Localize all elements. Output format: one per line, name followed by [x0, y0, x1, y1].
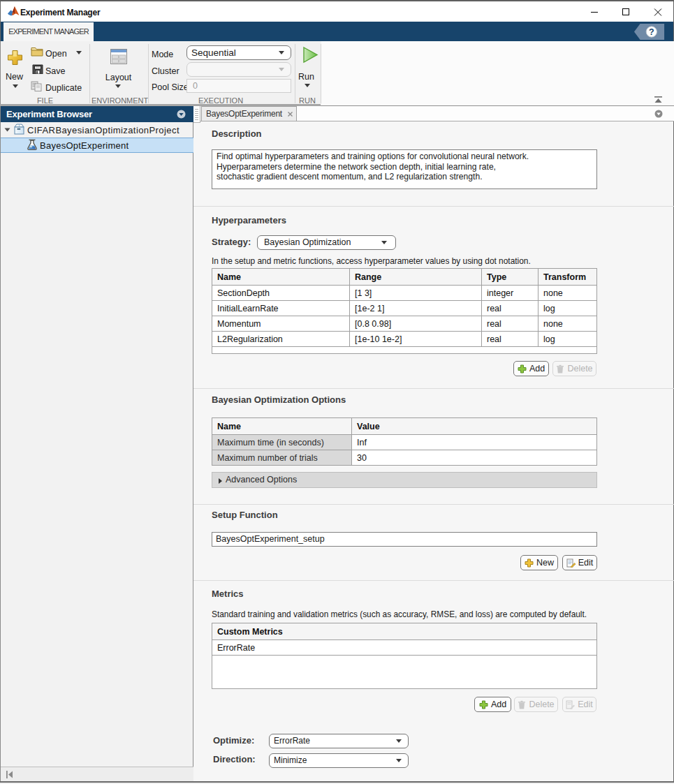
- svg-text:?: ?: [649, 27, 654, 37]
